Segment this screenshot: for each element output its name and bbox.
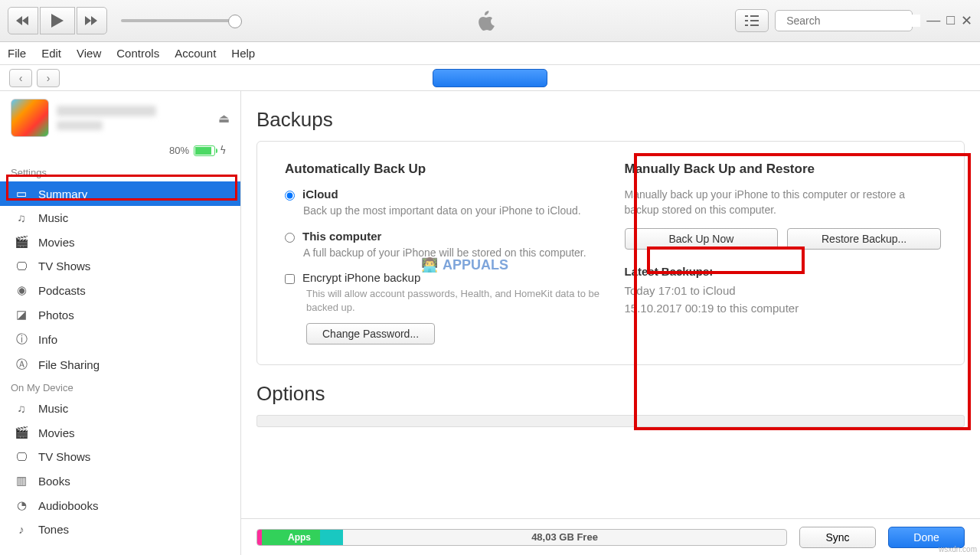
battery-icon: [194, 145, 215, 156]
device-item-movies[interactable]: 🎬Movies: [0, 420, 240, 445]
charging-icon: ϟ: [220, 145, 227, 156]
forward-button[interactable]: ›: [37, 69, 60, 87]
nav-row: ‹ ›: [0, 65, 980, 91]
bottom-bar: Apps 48,03 GB Free Sync Done: [241, 518, 980, 555]
icloud-desc: Back up the most important data on your …: [303, 204, 602, 219]
thispc-radio[interactable]: [285, 233, 295, 243]
manual-desc: Manually back up your iPhone to this com…: [625, 188, 942, 217]
sidebar-item-movies[interactable]: 🎬Movies: [0, 230, 240, 254]
tones-icon: ♪: [14, 523, 29, 536]
player-toolbar: — □ ✕: [0, 0, 980, 42]
filesharing-icon: Ⓐ: [14, 357, 29, 372]
sidebar-item-info[interactable]: ⓘInfo: [0, 327, 240, 352]
device-capacity-text: [57, 121, 103, 130]
playback-controls: [8, 7, 107, 34]
movies-icon: 🎬: [14, 235, 29, 249]
summary-icon: ▭: [14, 187, 29, 201]
restore-backup-button[interactable]: Restore Backup...: [787, 228, 941, 250]
music-icon: ♫: [14, 211, 29, 224]
menu-help[interactable]: Help: [231, 47, 255, 60]
music-icon: ♫: [14, 402, 29, 415]
encrypt-desc: This will allow account passwords, Healt…: [306, 287, 602, 315]
device-item-audiobooks[interactable]: ◔Audiobooks: [0, 493, 240, 517]
battery-pct: 80%: [169, 145, 189, 156]
sidebar-device-header: On My Device: [0, 377, 240, 397]
apple-logo: [236, 9, 735, 32]
window-controls: — □ ✕: [926, 12, 972, 29]
next-button[interactable]: [77, 7, 107, 34]
device-item-tvshows[interactable]: 🖵TV Shows: [0, 445, 240, 468]
menu-file[interactable]: File: [8, 47, 26, 60]
change-password-button[interactable]: Change Password...: [306, 323, 435, 344]
capacity-apps-label: Apps: [288, 532, 311, 543]
capacity-free-label: 48,03 GB Free: [343, 531, 786, 543]
menu-bar: File Edit View Controls Account Help: [0, 42, 980, 65]
play-button[interactable]: [40, 7, 75, 34]
backups-title: Backups: [256, 108, 965, 132]
sidebar-item-summary[interactable]: ▭Summary: [0, 181, 240, 206]
back-button[interactable]: ‹: [9, 69, 32, 87]
prev-button[interactable]: [8, 7, 38, 34]
books-icon: ▥: [14, 474, 29, 488]
manual-backup-header: Manually Back Up and Restore: [625, 162, 942, 177]
backup-now-button[interactable]: Back Up Now: [625, 228, 779, 250]
options-title: Options: [256, 382, 965, 406]
menu-controls[interactable]: Controls: [116, 47, 159, 60]
search-input[interactable]: [786, 15, 920, 27]
menu-edit[interactable]: Edit: [41, 47, 61, 60]
tv-icon: 🖵: [14, 260, 29, 273]
battery-row: 80% ϟ: [0, 145, 240, 162]
toolbar-right: — □ ✕: [735, 9, 972, 32]
horizontal-scrollbar[interactable]: [256, 415, 965, 427]
sidebar-item-tvshows[interactable]: 🖵TV Shows: [0, 254, 240, 278]
sidebar: ⏏ 80% ϟ Settings ▭Summary ♫Music 🎬Movies…: [0, 91, 241, 555]
icloud-radio[interactable]: [285, 191, 295, 201]
encrypt-label: Encrypt iPhone backup: [302, 271, 420, 284]
device-item-books[interactable]: ▥Books: [0, 468, 240, 493]
audiobooks-icon: ◔: [14, 498, 29, 512]
encrypt-checkbox[interactable]: [285, 274, 295, 284]
thispc-desc: A full backup of your iPhone will be sto…: [303, 246, 602, 261]
maximize-button[interactable]: □: [946, 12, 955, 29]
tv-icon: 🖵: [14, 450, 29, 463]
sidebar-item-filesharing[interactable]: ⒶFile Sharing: [0, 352, 240, 377]
latest-backup-1: Today 17:01 to iCloud: [625, 282, 942, 300]
thispc-radio-label: This computer: [302, 230, 381, 243]
device-header: ⏏: [0, 91, 240, 145]
backups-panel: Automatically Back Up iCloud Back up the…: [256, 141, 965, 365]
minimize-button[interactable]: —: [926, 12, 940, 29]
icloud-radio-label: iCloud: [302, 188, 338, 201]
photos-icon: ◪: [14, 308, 29, 322]
device-item-music[interactable]: ♫Music: [0, 397, 240, 420]
latest-backup-2: 15.10.2017 00:19 to this computer: [625, 300, 942, 318]
menu-view[interactable]: View: [77, 47, 101, 60]
list-view-button[interactable]: [735, 9, 769, 32]
close-button[interactable]: ✕: [961, 12, 972, 29]
device-tab-button[interactable]: [433, 69, 547, 87]
device-item-tones[interactable]: ♪Tones: [0, 517, 240, 541]
sync-button[interactable]: Sync: [799, 527, 876, 548]
volume-slider[interactable]: [121, 19, 236, 22]
info-icon: ⓘ: [14, 332, 29, 347]
watermark-domain: wsxdn.com: [939, 545, 977, 553]
search-field[interactable]: [775, 10, 913, 31]
latest-backups-header: Latest Backups:: [625, 265, 942, 278]
main-content: Backups Automatically Back Up iCloud Bac…: [241, 91, 980, 555]
capacity-bar: Apps 48,03 GB Free: [256, 529, 787, 546]
device-name: [57, 106, 156, 116]
sidebar-settings-header: Settings: [0, 162, 240, 181]
sidebar-item-podcasts[interactable]: ◉Podcasts: [0, 278, 240, 302]
sidebar-item-music[interactable]: ♫Music: [0, 206, 240, 230]
sidebar-item-photos[interactable]: ◪Photos: [0, 302, 240, 327]
movies-icon: 🎬: [14, 426, 29, 439]
auto-backup-header: Automatically Back Up: [285, 162, 602, 177]
menu-account[interactable]: Account: [175, 47, 216, 60]
podcast-icon: ◉: [14, 283, 29, 297]
device-thumbnail: [11, 99, 49, 137]
eject-icon[interactable]: ⏏: [218, 111, 230, 126]
